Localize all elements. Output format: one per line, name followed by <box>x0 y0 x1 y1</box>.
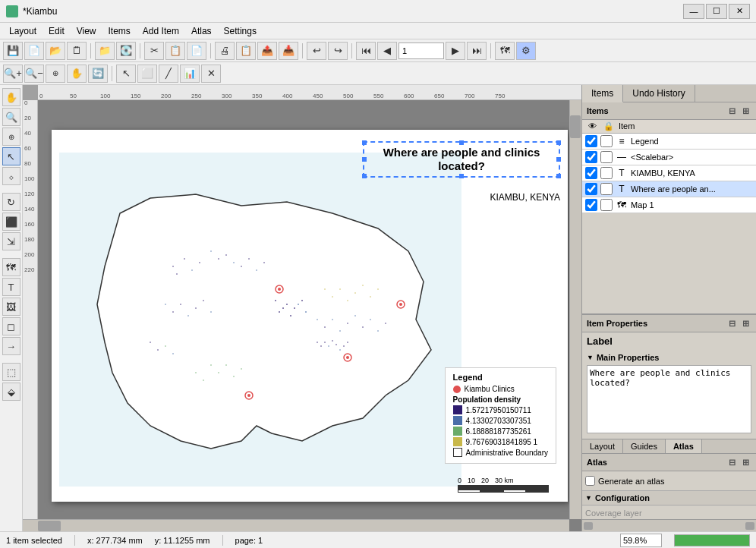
item-props-collapse-button[interactable]: ⊟ <box>726 317 738 329</box>
copy-button[interactable]: 📋 <box>165 42 185 60</box>
print-layout-button[interactable]: 📋 <box>236 42 256 60</box>
tab-atlas[interactable]: Atlas <box>666 439 702 453</box>
select-button[interactable]: ↖ <box>116 65 136 83</box>
zoom-input[interactable] <box>620 534 662 547</box>
label-text-input[interactable] <box>587 365 751 433</box>
prev-page-button[interactable]: ◀ <box>377 42 397 60</box>
item-kiambu-lock[interactable] <box>600 167 613 179</box>
item-legend-visibility[interactable] <box>585 135 597 147</box>
menu-edit[interactable]: Edit <box>43 23 71 39</box>
select-tool-button[interactable]: ↖ <box>2 147 20 165</box>
generate-atlas-row[interactable]: Generate an atlas <box>582 471 756 490</box>
rect-tool-button[interactable]: ⬜ <box>137 65 157 83</box>
cut-button[interactable]: ✂ <box>144 42 164 60</box>
svg-point-11 <box>184 258 185 260</box>
print-layout-canvas[interactable]: Where are people and clinics located? KI… <box>52 130 568 502</box>
move-item-button[interactable]: ⬛ <box>2 213 20 231</box>
hand-tool-button[interactable]: ✋ <box>2 88 20 106</box>
print-button[interactable]: 🖨 <box>215 42 235 60</box>
node-tool-button[interactable]: ⬦ <box>2 167 20 185</box>
item-scalebar[interactable]: — <Scalebar> <box>582 150 756 165</box>
page-input[interactable] <box>398 43 444 59</box>
tab-guides[interactable]: Guides <box>623 439 666 453</box>
atlas-collapse-button[interactable]: ⊟ <box>726 456 738 468</box>
minimize-button[interactable]: — <box>683 4 704 19</box>
zoom-fit-button[interactable]: ⊕ <box>2 128 20 146</box>
resize-button[interactable]: ⇲ <box>2 232 20 250</box>
ungroup-button[interactable]: ⬙ <box>2 383 20 401</box>
generate-atlas-checkbox[interactable] <box>585 476 595 486</box>
menu-items[interactable]: Items <box>102 23 137 39</box>
item-map-lock[interactable] <box>600 199 613 211</box>
item-kiambu-visibility[interactable] <box>585 167 597 179</box>
export-pdf-button[interactable]: 📥 <box>279 42 298 60</box>
open-button[interactable]: 📂 <box>46 42 65 60</box>
zoom-full-button[interactable]: ⊕ <box>46 65 65 83</box>
menu-layout[interactable]: Layout <box>3 23 43 39</box>
item-legend-lock[interactable] <box>600 135 613 147</box>
item-kiambu-kenya[interactable]: T KIAMBU, KENYA <box>582 165 756 181</box>
add-map-button[interactable]: 🗺 <box>2 258 20 276</box>
save-button[interactable]: 💾 <box>3 42 23 60</box>
paste-button[interactable]: 📄 <box>187 42 206 60</box>
refresh-button[interactable]: 🔄 <box>88 65 108 83</box>
legend-pop2-icon <box>453 416 462 425</box>
close-button[interactable]: ✕ <box>729 4 750 19</box>
chart-button[interactable]: 📊 <box>180 65 200 83</box>
pan-button[interactable]: ✋ <box>67 65 87 83</box>
add-image-button[interactable]: 🖼 <box>2 298 20 316</box>
last-page-button[interactable]: ⏭ <box>467 42 487 60</box>
save-as-button[interactable]: 💽 <box>116 42 136 60</box>
next-page-button[interactable]: ▶ <box>446 42 465 60</box>
add-label-button[interactable]: T <box>2 278 20 296</box>
tab-undo-history[interactable]: Undo History <box>623 85 695 102</box>
maximize-button[interactable]: ☐ <box>706 4 727 19</box>
open-folder-button[interactable]: 📁 <box>95 42 115 60</box>
menu-atlas[interactable]: Atlas <box>185 23 218 39</box>
item-scalebar-visibility[interactable] <box>585 151 597 163</box>
items-options-button[interactable]: ⊞ <box>739 105 751 117</box>
vertical-scrollbar[interactable] <box>569 100 581 519</box>
item-title-lock[interactable] <box>600 183 613 195</box>
menu-view[interactable]: View <box>71 23 102 39</box>
line-tool-button[interactable]: ╱ <box>159 65 178 83</box>
zoom-out-button[interactable]: 🔍− <box>24 65 44 83</box>
new-button[interactable]: 📄 <box>24 42 44 60</box>
rotate-button[interactable]: ↻ <box>2 193 20 211</box>
item-title-visibility[interactable] <box>585 183 597 195</box>
group-button[interactable]: ⬚ <box>2 363 20 381</box>
item-map1[interactable]: 🗺 Map 1 <box>582 197 756 213</box>
tab-layout[interactable]: Layout <box>582 439 623 453</box>
items-filter-button[interactable]: ⊟ <box>726 105 738 117</box>
item-scalebar-lock[interactable] <box>600 151 613 163</box>
zoom-slider[interactable] <box>674 534 750 546</box>
undo-button[interactable]: ↩ <box>307 42 326 60</box>
item-where-are-people[interactable]: T Where are people an... <box>582 181 756 197</box>
menu-settings[interactable]: Settings <box>218 23 263 39</box>
horizontal-scrollbar[interactable] <box>23 519 569 531</box>
redo-button[interactable]: ↪ <box>328 42 348 60</box>
legend-pop3-label: 6.18888187735261 <box>466 427 531 436</box>
section-arrow: ▼ <box>587 354 594 361</box>
menu-add-item[interactable]: Add Item <box>137 23 185 39</box>
export-button[interactable]: 📤 <box>257 42 277 60</box>
tab-items[interactable]: Items <box>582 85 623 102</box>
atlas-settings-button[interactable]: ⚙ <box>516 42 536 60</box>
zoom-in-button[interactable]: 🔍+ <box>3 65 23 83</box>
add-arrow-button[interactable]: → <box>2 337 20 355</box>
title-text-box[interactable]: Where are people and clinics located? <box>363 141 560 178</box>
item-legend[interactable]: ≡ Legend <box>582 134 756 150</box>
atlas-options-button[interactable]: ⊞ <box>739 456 751 468</box>
svg-point-51 <box>332 319 333 320</box>
zoom-tool-button[interactable]: 🔍 <box>2 108 20 126</box>
legend-box[interactable]: Legend Kiambu Clinics Population density… <box>445 367 556 464</box>
item-map-visibility[interactable] <box>585 199 597 211</box>
duplicate-button[interactable]: 🗒 <box>67 42 87 60</box>
delete-button[interactable]: ✕ <box>201 65 221 83</box>
right-panel-scrollbar[interactable] <box>582 519 756 531</box>
atlas-preview-button[interactable]: 🗺 <box>495 42 515 60</box>
item-props-options-button[interactable]: ⊞ <box>739 317 751 329</box>
visibility-col: 👁 <box>585 121 599 131</box>
first-page-button[interactable]: ⏮ <box>356 42 376 60</box>
add-shape-button[interactable]: ◻ <box>2 317 20 335</box>
